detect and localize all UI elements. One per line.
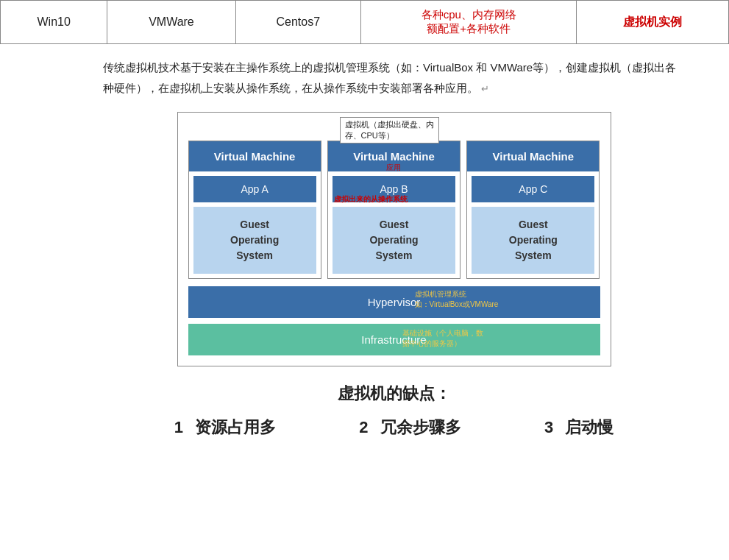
vm-app-a: App A xyxy=(193,176,316,202)
nav-table: Win10 VMWare Centos7 各种cpu、内存网络额配置+各种软件 … xyxy=(0,0,729,44)
vm-col-c: Virtual Machine App C Guest Operating Sy… xyxy=(466,141,600,279)
disadv-text-3: 启动慢 xyxy=(565,417,614,439)
disadv-text-2: 冗余步骤多 xyxy=(380,417,461,439)
gos-line3-b: System xyxy=(376,249,413,261)
nav-item-win10[interactable]: Win10 xyxy=(1,1,107,44)
gos-line1-b: Guest xyxy=(380,219,409,230)
hypervisor-annotation: 虚拟机管理系统 如：VirtualBox或VMWare xyxy=(415,289,499,310)
vm-gos-a: Guest Operating System xyxy=(193,207,316,274)
disadvantages-list: 1 资源占用多 2 冗余步骤多 3 启动慢 xyxy=(103,417,685,439)
vm-col-b: Virtual Machine 应用 App B 虚拟出来的从操作系统 Gues… xyxy=(327,141,460,279)
hypervisor-label: Hypervisor xyxy=(368,296,421,308)
intro-paragraph: 传统虚拟机技术基于安装在主操作系统上的虚拟机管理系统（如：VirtualBox … xyxy=(103,57,685,99)
vm-columns: Virtual Machine App A Guest Operating Sy… xyxy=(188,141,600,279)
hypervisor-bar: Hypervisor 虚拟机管理系统 如：VirtualBox或VMWare xyxy=(188,286,600,318)
disadv-item-3: 3 启动慢 xyxy=(544,417,614,439)
gos-line2-c: Operating xyxy=(509,234,558,246)
vm-gos-b: 虚拟出来的从操作系统 Guest Operating System xyxy=(333,207,455,274)
gos-line1-a: Guest xyxy=(240,219,269,230)
disadv-num-1: 1 xyxy=(174,418,183,437)
gos-line2-b: Operating xyxy=(369,234,418,246)
gos-line2-a: Operating xyxy=(230,234,279,246)
nav-item-vm-instance[interactable]: 虚拟机实例 xyxy=(577,1,729,44)
enter-symbol: ↵ xyxy=(481,83,489,94)
vm-header-a: Virtual Machine xyxy=(189,141,321,171)
diagram-wrap: 虚拟机（虚拟出硬盘、内 存、CPU等） Virtual Machine App … xyxy=(103,112,685,366)
disadv-item-2: 2 冗余步骤多 xyxy=(359,417,460,439)
disadv-num-3: 3 xyxy=(544,418,553,437)
app-b-annotation: 应用 xyxy=(386,163,401,173)
gos-b-annotation: 虚拟出来的从操作系统 xyxy=(334,194,408,205)
nav-item-vmware[interactable]: VMWare xyxy=(107,1,235,44)
vm-diagram: 虚拟机（虚拟出硬盘、内 存、CPU等） Virtual Machine App … xyxy=(177,112,611,366)
gos-line3-c: System xyxy=(515,249,552,261)
diagram-annotation-top: 虚拟机（虚拟出硬盘、内 存、CPU等） xyxy=(340,117,439,144)
vm-gos-c: Guest Operating System xyxy=(472,207,594,274)
disadv-num-2: 2 xyxy=(359,418,368,437)
disadv-text-1: 资源占用多 xyxy=(195,417,276,439)
gos-line3-a: System xyxy=(236,249,273,261)
infra-annotation: 基础设施（个人电脑，数 据中心的服务器） xyxy=(402,328,483,349)
main-content: 传统虚拟机技术基于安装在主操作系统上的虚拟机管理系统（如：VirtualBox … xyxy=(0,44,729,452)
vm-header-c: Virtual Machine xyxy=(467,141,599,171)
intro-text: 传统虚拟机技术基于安装在主操作系统上的虚拟机管理系统（如：VirtualBox … xyxy=(103,61,676,94)
infra-bar: Infrastructure 基础设施（个人电脑，数 据中心的服务器） xyxy=(188,324,600,355)
gos-line1-c: Guest xyxy=(519,219,548,230)
vm-app-c: App C xyxy=(472,176,594,202)
nav-item-config[interactable]: 各种cpu、内存网络额配置+各种软件 xyxy=(361,1,577,44)
nav-item-centos7[interactable]: Centos7 xyxy=(235,1,361,44)
disadvantages-title: 虚拟机的缺点： xyxy=(103,383,685,405)
disadv-item-1: 1 资源占用多 xyxy=(174,417,276,439)
vm-col-a: Virtual Machine App A Guest Operating Sy… xyxy=(188,141,321,279)
